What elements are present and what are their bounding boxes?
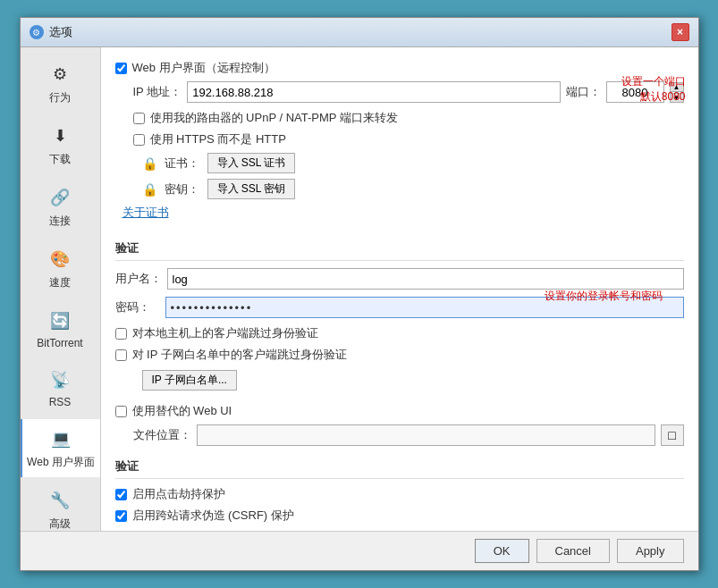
dialog-title: 选项 (49, 24, 72, 40)
bypass-local-checkbox[interactable] (115, 328, 127, 340)
bypass-subnet-checkbox[interactable] (115, 349, 127, 361)
webui-enable-checkbox[interactable] (115, 63, 127, 74)
ip-whitelist-btn[interactable]: IP 子网白名单... (142, 370, 237, 391)
auth-section: 验证 用户名： 密码： 对本地主机上的客户端跳过身份验证 对 IP 子网白名单中… (115, 240, 684, 391)
port-label: 端口： (566, 84, 601, 100)
webui-section: Web 用户界面（远程控制） IP 地址： 端口： ▲ ▼ 使用我的路由器的 U… (115, 60, 684, 228)
alt-ui-row: 使用替代的 Web UI (115, 403, 684, 419)
alt-ui-section: 使用替代的 Web UI 文件位置： □ (115, 403, 684, 446)
sidebar-label-speed: 速度 (49, 275, 71, 290)
clickjacking-label: 启用点击劫持保护 (132, 486, 225, 502)
bypass-local-label: 对本地主机上的客户端跳过身份验证 (132, 325, 318, 341)
bypass-local-row: 对本地主机上的客户端跳过身份验证 (115, 325, 684, 341)
behavior-icon: ⚙ (47, 62, 72, 87)
ip-label: IP 地址： (133, 84, 182, 100)
csrf-row: 启用跨站请求伪造 (CSRF) 保护 (115, 508, 684, 524)
sidebar-label-connection: 连接 (49, 214, 71, 229)
close-button[interactable]: × (672, 23, 689, 41)
sidebar-label-webui: Web 用户界面 (27, 455, 95, 470)
file-browse-btn[interactable]: □ (661, 424, 684, 446)
webui-enable-label: Web 用户界面（远程控制） (132, 60, 275, 76)
bypass-subnet-row: 对 IP 子网白名单中的客户端跳过身份验证 (115, 347, 684, 363)
alt-ui-checkbox[interactable] (115, 406, 127, 417)
sidebar-label-advanced: 高级 (49, 517, 71, 531)
csrf-checkbox[interactable] (115, 510, 127, 522)
sidebar-label-rss: RSS (49, 396, 72, 408)
ip-input[interactable] (187, 81, 560, 103)
cert-row: 🔒 证书： 导入 SSL 证书 (142, 153, 684, 173)
key-icon: 🔒 (142, 182, 157, 197)
https-row: 使用 HTTPS 而不是 HTTP (133, 131, 684, 147)
upnp-row: 使用我的路由器的 UPnP / NAT-PMP 端口来转发 (133, 110, 684, 126)
speed-icon: 🎨 (47, 247, 72, 272)
cert-import-btn[interactable]: 导入 SSL 证书 (207, 153, 296, 173)
title-bar: ⚙ 选项 × (21, 18, 698, 47)
clickjacking-checkbox[interactable] (115, 489, 127, 500)
upnp-checkbox[interactable] (133, 113, 145, 124)
sidebar-item-rss[interactable]: 📡 RSS (21, 360, 100, 416)
sidebar-item-webui[interactable]: 💻 Web 用户界面 (21, 419, 100, 477)
sidebar-item-speed[interactable]: 🎨 速度 (21, 239, 100, 298)
security-section: 验证 启用点击劫持保护 启用跨站请求伪造 (CSRF) 保护 启用主机标头验证 … (115, 458, 684, 531)
username-row: 用户名： (115, 268, 684, 290)
sidebar: ⚙ 行为 ⬇ 下载 🔗 连接 🎨 速度 🔄 BitTorrent 📡 RSS (21, 47, 101, 531)
sidebar-label-behavior: 行为 (49, 90, 71, 105)
https-checkbox[interactable] (133, 134, 145, 146)
dialog-icon: ⚙ (30, 25, 44, 39)
key-row: 🔒 密钥： 导入 SSL 密钥 (142, 179, 684, 199)
apply-button[interactable]: Apply (617, 539, 684, 563)
key-import-btn[interactable]: 导入 SSL 密钥 (207, 179, 296, 199)
username-label: 用户名： (115, 271, 162, 287)
webui-enable-row: Web 用户界面（远程控制） (115, 60, 684, 76)
sidebar-item-advanced[interactable]: 🔧 高级 (21, 481, 100, 531)
csrf-label: 启用跨站请求伪造 (CSRF) 保护 (132, 508, 294, 524)
main-content: Web 用户界面（远程控制） IP 地址： 端口： ▲ ▼ 使用我的路由器的 U… (101, 47, 698, 531)
ip-row: IP 地址： 端口： ▲ ▼ (133, 81, 684, 103)
dialog-body: ⚙ 行为 ⬇ 下载 🔗 连接 🎨 速度 🔄 BitTorrent 📡 RSS (21, 47, 698, 531)
cert-icon: 🔒 (142, 156, 157, 171)
https-label: 使用 HTTPS 而不是 HTTP (150, 131, 286, 147)
rss-icon: 📡 (47, 367, 72, 392)
security-title: 验证 (115, 458, 684, 479)
file-label: 文件位置： (133, 427, 191, 443)
port-annotation: 设置一个端口 默认8080 (621, 74, 686, 105)
webui-icon: 💻 (48, 426, 73, 451)
file-location-row: 文件位置： □ (133, 424, 684, 446)
clickjacking-row: 启用点击劫持保护 (115, 486, 684, 502)
cert-link[interactable]: 关于证书 (122, 205, 169, 221)
sidebar-item-bittorrent[interactable]: 🔄 BitTorrent (21, 301, 100, 357)
bypass-subnet-label: 对 IP 子网白名单中的客户端跳过身份验证 (132, 347, 347, 363)
username-input[interactable] (167, 268, 684, 290)
bittorrent-icon: 🔄 (47, 308, 72, 333)
host-header-row: 启用主机标头验证 (133, 529, 684, 531)
dialog-footer: OK Cancel Apply (21, 531, 698, 570)
host-header-label: 启用主机标头验证 (150, 529, 243, 531)
sidebar-label-download: 下载 (49, 152, 71, 167)
download-icon: ⬇ (47, 123, 72, 148)
alt-ui-label: 使用替代的 Web UI (132, 403, 232, 419)
sidebar-item-connection[interactable]: 🔗 连接 (21, 178, 100, 236)
sidebar-label-bittorrent: BitTorrent (37, 337, 82, 349)
ok-button[interactable]: OK (475, 539, 529, 563)
connection-icon: 🔗 (47, 185, 72, 210)
advanced-icon: 🔧 (47, 488, 72, 513)
auth-title: 验证 (115, 240, 684, 261)
password-label: 密码： (115, 299, 160, 315)
upnp-label: 使用我的路由器的 UPnP / NAT-PMP 端口来转发 (150, 110, 398, 126)
sidebar-item-download[interactable]: ⬇ 下载 (21, 116, 100, 174)
cert-label: 证书： (165, 155, 200, 172)
login-annotation: 设置你的登录帐号和密码 (545, 289, 663, 304)
file-input[interactable] (197, 424, 655, 446)
dialog-options: ⚙ 选项 × ⚙ 行为 ⬇ 下载 🔗 连接 🎨 速度 � (20, 17, 699, 571)
sidebar-item-behavior[interactable]: ⚙ 行为 (21, 55, 100, 113)
cancel-button[interactable]: Cancel (536, 539, 610, 563)
key-label: 密钥： (165, 181, 200, 197)
